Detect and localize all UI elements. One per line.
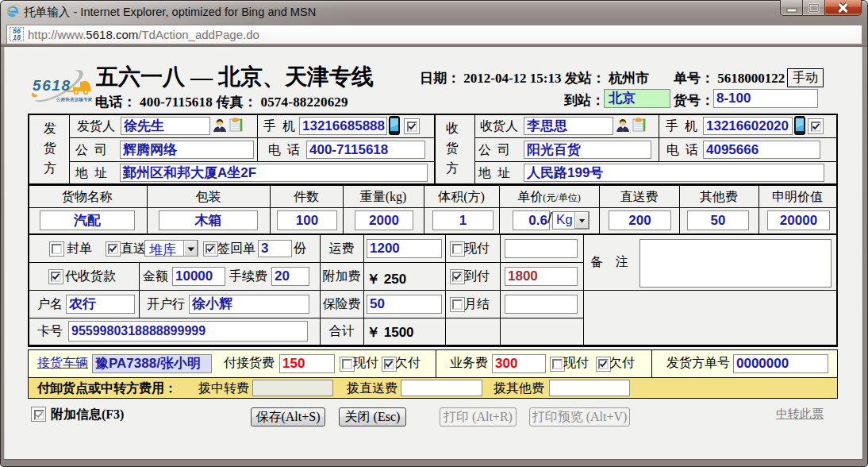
svg-text:5618: 5618 — [33, 77, 70, 94]
svg-text:公路快货运输专家: 公路快货运输专家 — [56, 97, 93, 102]
svg-text:18: 18 — [13, 33, 21, 41]
